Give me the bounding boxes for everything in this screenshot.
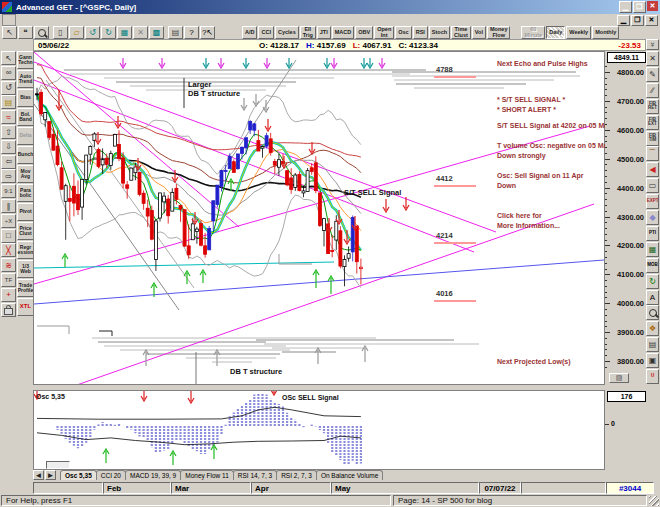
lines-icon[interactable]: ╳ bbox=[1, 243, 16, 257]
waves-icon[interactable]: ≋ bbox=[1, 258, 16, 272]
refresh-icon[interactable]: ↻ bbox=[646, 274, 659, 289]
left-study-mov-avg[interactable]: Mov Avg bbox=[17, 165, 34, 183]
period-button-weekly[interactable]: Weekly bbox=[566, 26, 591, 39]
elliott-icon[interactable]: ≈ bbox=[1, 110, 16, 124]
zoom-icon[interactable] bbox=[34, 26, 49, 39]
megaphone-icon[interactable]: ◀ bbox=[646, 162, 659, 177]
period-button-daily[interactable]: Daily bbox=[546, 26, 565, 39]
next-page-icon[interactable]: ↻ bbox=[101, 26, 116, 39]
binoculars-icon[interactable]: ∞ bbox=[1, 66, 16, 80]
erase-icon[interactable]: ✕ bbox=[646, 51, 659, 66]
arrow-down-icon[interactable]: ⇩ bbox=[1, 140, 16, 154]
axis-cursor-date[interactable]: 07/07/22 bbox=[479, 482, 521, 494]
expert-button[interactable]: EXPT bbox=[646, 194, 659, 209]
context-help-icon[interactable]: ?↖ bbox=[200, 26, 215, 39]
quote-icon[interactable]: ❝ bbox=[18, 26, 33, 39]
update-button[interactable]: U bbox=[646, 369, 659, 384]
bar-spacing-icon[interactable]: ∥ bbox=[1, 199, 16, 213]
magnifier-icon[interactable] bbox=[646, 305, 659, 320]
left-study-bol--band[interactable]: Bol. Band bbox=[17, 108, 34, 126]
left-study-1-3-web[interactable]: 1/3 Web bbox=[17, 260, 34, 278]
nine-one-icon[interactable]: 9:1 bbox=[1, 184, 16, 198]
oscillator-panel[interactable]: Osc 5,35 OSc SELL Signal bbox=[33, 390, 605, 470]
arrow-up-icon[interactable]: ⇧ bbox=[1, 125, 16, 139]
tab-macd-19-39-9[interactable]: MACD 19, 39, 9 bbox=[125, 470, 181, 480]
study-button-osc[interactable]: Osc bbox=[395, 26, 411, 39]
study-button-macd[interactable]: MACD bbox=[332, 26, 355, 39]
left-study-trade-profile[interactable]: Trade Profile bbox=[17, 279, 34, 297]
mob-button[interactable]: MOB bbox=[646, 258, 659, 273]
study-button-obv[interactable]: OBV bbox=[355, 26, 373, 39]
tab-cci-20[interactable]: CCI 20 bbox=[96, 470, 126, 480]
prev-page-icon[interactable]: ↺ bbox=[85, 26, 100, 39]
price-chart-area[interactable]: Larger DB T structure S/T SELL Signal DB… bbox=[33, 51, 605, 385]
new-page-icon[interactable]: ▯ bbox=[53, 26, 68, 39]
minimize-button[interactable]: ▁ bbox=[619, 1, 632, 13]
study-icon[interactable]: ▤ bbox=[1, 95, 16, 109]
divide-icon[interactable]: ÷X bbox=[1, 214, 16, 228]
study-button-jti[interactable]: JTI bbox=[317, 26, 331, 39]
tab-osc-5-35[interactable]: Osc 5,35 bbox=[60, 470, 97, 480]
left-study-pivot[interactable]: Pivot bbox=[17, 203, 34, 221]
left-study-auto-trend[interactable]: Auto Trend bbox=[17, 70, 34, 88]
copy-page-icon[interactable]: ▣ bbox=[646, 353, 659, 368]
fib-time-button[interactable]: FIB TIM bbox=[646, 131, 659, 146]
study-button-time-clust[interactable]: Time Clust bbox=[451, 26, 471, 39]
close-button[interactable]: ✕ bbox=[647, 1, 658, 11]
help-icon[interactable]: ? bbox=[184, 26, 199, 39]
restore-button[interactable]: ❐ bbox=[633, 1, 646, 13]
trendline-icon[interactable]: ∕∕ bbox=[646, 83, 659, 98]
print-icon[interactable]: ▤ bbox=[168, 26, 183, 39]
period-button-monthly[interactable]: Monthly bbox=[592, 26, 619, 39]
tab-scroll-right-button[interactable]: ► bbox=[45, 470, 56, 480]
page-chart-icon[interactable]: ▦ bbox=[117, 26, 132, 39]
axis-bar-counter[interactable]: #3044 bbox=[606, 482, 654, 494]
timeframe-icon[interactable]: TF bbox=[1, 273, 16, 287]
tab-scroll-left-button[interactable]: ◄ bbox=[33, 470, 44, 480]
study-button-cycles[interactable]: Cycles bbox=[275, 26, 299, 39]
left-study-price-clust[interactable]: Price Clust bbox=[17, 222, 34, 240]
tab-on-balance-volume[interactable]: On Balance Volume bbox=[316, 470, 383, 480]
pointer-tool-icon[interactable]: ↖ bbox=[2, 26, 17, 39]
quick-reset-icon[interactable]: ↺ bbox=[1, 81, 16, 95]
left-study-para-bolic[interactable]: Para bolic bbox=[17, 184, 34, 202]
arrow-right-icon[interactable]: ⇨ bbox=[1, 169, 16, 183]
arrow-left-icon[interactable]: ⇦ bbox=[1, 155, 16, 169]
lock-icon[interactable] bbox=[1, 303, 16, 317]
title-bar[interactable]: Advanced GET - [^GSPC, Daily] ▁ ❐ ✕ bbox=[0, 0, 660, 14]
study-button-rsi[interactable]: RSI bbox=[413, 26, 428, 39]
study-button-money-flow[interactable]: Money Flow bbox=[487, 26, 510, 39]
text-tool-icon[interactable]: A bbox=[646, 290, 659, 305]
more-info-link[interactable]: More Information... bbox=[497, 222, 560, 229]
collapse-chevron-button[interactable]: » bbox=[646, 39, 659, 50]
left-study-gann-techn[interactable]: Gann Techn bbox=[17, 51, 34, 69]
chart-window-icon[interactable]: ▩ bbox=[149, 26, 164, 39]
child-minimize-button[interactable]: ▁ bbox=[617, 15, 630, 26]
rectangle-icon[interactable]: □ bbox=[1, 229, 16, 243]
palette-icon[interactable]: ❖ bbox=[646, 321, 659, 336]
grid-icon[interactable]: ▦ bbox=[646, 242, 659, 257]
crosshair-icon[interactable]: + bbox=[1, 288, 16, 302]
left-study-bias[interactable]: Bias bbox=[17, 89, 34, 107]
gann-arc-icon[interactable]: ⌒ bbox=[646, 146, 659, 161]
pointer-icon[interactable]: ↖ bbox=[1, 51, 16, 65]
child-window-icon[interactable] bbox=[2, 14, 16, 26]
rectangle-tool-icon[interactable]: ▭ bbox=[646, 178, 659, 193]
left-study-bunch[interactable]: Bunch bbox=[17, 146, 34, 164]
pencil-icon[interactable]: ✎ bbox=[646, 67, 659, 82]
price-scale[interactable]: 4849.11 4800.004700.004600.004500.004400… bbox=[605, 51, 646, 385]
delete-page-icon[interactable]: ✕ bbox=[133, 26, 148, 39]
fib-retrace-button[interactable]: FIB RET bbox=[646, 99, 659, 114]
study-button-open-int[interactable]: Open Int bbox=[374, 26, 394, 39]
study-button-stoch[interactable]: Stoch bbox=[429, 26, 450, 39]
child-restore-button[interactable]: ❐ bbox=[631, 15, 644, 26]
tab-money-flow-11[interactable]: Money Flow 11 bbox=[180, 470, 234, 480]
pti-button[interactable]: PTI bbox=[646, 226, 659, 241]
page-grid-button[interactable]: ▨ bbox=[609, 373, 629, 383]
diamond-icon[interactable]: ◆ bbox=[646, 210, 659, 225]
layout-icon[interactable]: ▤ bbox=[646, 337, 659, 352]
more-info-link[interactable]: Click here for bbox=[497, 212, 542, 219]
open-page-icon[interactable]: ▱ bbox=[69, 26, 84, 39]
fib-extension-button[interactable]: FIB EXT bbox=[646, 115, 659, 130]
resize-grip[interactable] bbox=[649, 496, 659, 506]
